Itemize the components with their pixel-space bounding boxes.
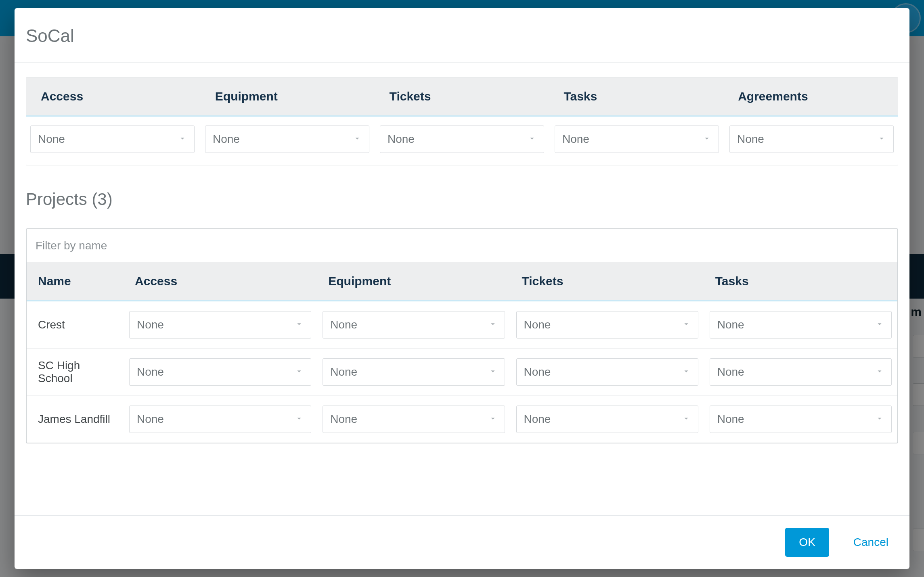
tasks-select-value: None <box>562 133 589 146</box>
tasks-select[interactable]: None <box>555 125 719 153</box>
permissions-modal: SoCal Access Equipment Tickets Tasks Agr… <box>15 8 909 569</box>
modal-body: Access Equipment Tickets Tasks Agreement… <box>15 63 909 515</box>
project-tasks-select[interactable]: None <box>710 358 892 386</box>
chevron-down-icon <box>353 134 362 144</box>
select-value: None <box>524 366 551 378</box>
select-value: None <box>137 318 164 331</box>
col-header-tickets: Tickets <box>511 262 704 300</box>
agreements-select-value: None <box>737 133 764 146</box>
chevron-down-icon <box>682 320 691 330</box>
col-header-access: Access <box>124 262 317 300</box>
table-row: Crest None None None <box>27 301 897 349</box>
chevron-down-icon <box>488 414 497 424</box>
project-access-select[interactable]: None <box>129 358 311 386</box>
global-permissions-header-row: Access Equipment Tickets Tasks Agreement… <box>26 77 898 117</box>
select-value: None <box>330 318 357 331</box>
project-equipment-select[interactable]: None <box>323 406 505 433</box>
col-header-tasks: Tasks <box>549 77 723 115</box>
project-tasks-select[interactable]: None <box>710 311 892 339</box>
chevron-down-icon <box>295 320 304 330</box>
project-tasks-select[interactable]: None <box>710 406 892 433</box>
equipment-select-value: None <box>213 133 240 146</box>
modal-footer: OK Cancel <box>15 515 909 569</box>
project-tickets-select[interactable]: None <box>516 311 698 339</box>
modal-header: SoCal <box>15 8 909 63</box>
projects-header-row: Name Access Equipment Tickets Tasks <box>27 262 897 301</box>
projects-table: Name Access Equipment Tickets Tasks Cres… <box>26 228 898 443</box>
project-name: SC High School <box>27 359 124 385</box>
project-access-select[interactable]: None <box>129 311 311 339</box>
select-value: None <box>137 413 164 426</box>
col-header-tickets: Tickets <box>375 77 549 115</box>
chevron-down-icon <box>488 367 497 377</box>
equipment-select[interactable]: None <box>205 125 369 153</box>
tickets-select[interactable]: None <box>380 125 544 153</box>
select-value: None <box>137 366 164 378</box>
col-header-access: Access <box>26 77 201 115</box>
col-header-equipment: Equipment <box>201 77 375 115</box>
global-permissions-select-row: None None None None None <box>26 117 898 165</box>
project-equipment-select[interactable]: None <box>323 311 505 339</box>
select-value: None <box>717 413 744 426</box>
projects-heading: Projects (3) <box>26 190 898 209</box>
project-tickets-select[interactable]: None <box>516 358 698 386</box>
chevron-down-icon <box>295 414 304 424</box>
col-header-equipment: Equipment <box>317 262 510 300</box>
ok-button[interactable]: OK <box>785 528 829 557</box>
modal-title: SoCal <box>26 26 898 46</box>
chevron-down-icon <box>875 367 884 377</box>
select-value: None <box>524 318 551 331</box>
access-select-value: None <box>38 133 65 146</box>
access-select[interactable]: None <box>30 125 195 153</box>
select-value: None <box>717 318 744 331</box>
col-header-tasks: Tasks <box>704 262 897 300</box>
project-name: Crest <box>27 318 124 331</box>
table-row: SC High School None None None <box>27 349 897 396</box>
project-name: James Landfill <box>27 413 124 426</box>
col-header-agreements: Agreements <box>723 77 898 115</box>
chevron-down-icon <box>488 320 497 330</box>
select-value: None <box>330 413 357 426</box>
chevron-down-icon <box>875 320 884 330</box>
cancel-button[interactable]: Cancel <box>852 531 890 554</box>
chevron-down-icon <box>877 134 886 144</box>
chevron-down-icon <box>295 367 304 377</box>
project-access-select[interactable]: None <box>129 406 311 433</box>
project-equipment-select[interactable]: None <box>323 358 505 386</box>
agreements-select[interactable]: None <box>729 125 894 153</box>
chevron-down-icon <box>178 134 187 144</box>
select-value: None <box>330 366 357 378</box>
chevron-down-icon <box>682 414 691 424</box>
projects-filter-input[interactable] <box>27 229 897 262</box>
tickets-select-value: None <box>388 133 415 146</box>
project-tickets-select[interactable]: None <box>516 406 698 433</box>
global-permissions-table: Access Equipment Tickets Tasks Agreement… <box>26 77 898 165</box>
col-header-name: Name <box>27 262 124 300</box>
chevron-down-icon <box>702 134 711 144</box>
select-value: None <box>717 366 744 378</box>
chevron-down-icon <box>682 367 691 377</box>
chevron-down-icon <box>528 134 536 144</box>
chevron-down-icon <box>875 414 884 424</box>
select-value: None <box>524 413 551 426</box>
table-row: James Landfill None None None <box>27 396 897 443</box>
